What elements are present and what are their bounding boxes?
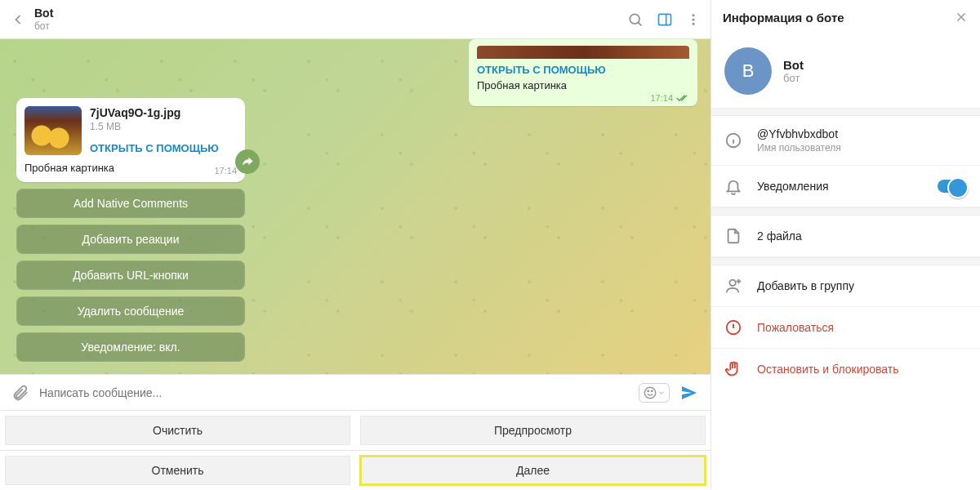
- forward-button[interactable]: [235, 149, 260, 174]
- chat-header: Bot бот: [0, 0, 710, 39]
- notifications-label: Уведомления: [757, 180, 829, 193]
- info-icon: [724, 131, 742, 149]
- svg-point-7: [652, 390, 653, 392]
- file-icon: [724, 227, 742, 245]
- next-button[interactable]: Далее: [360, 456, 706, 485]
- panel-header: Информация о боте: [711, 0, 980, 34]
- add-user-icon: [724, 277, 742, 295]
- svg-rect-1: [659, 14, 671, 24]
- chat-name: Bot: [34, 7, 614, 20]
- keyboard-button-comments[interactable]: Add Native Comments: [16, 189, 245, 218]
- profile-name: Bot: [783, 58, 804, 72]
- bell-icon: [724, 177, 742, 195]
- report-label: Пожаловаться: [757, 321, 834, 334]
- send-icon[interactable]: [679, 383, 699, 403]
- hand-icon: [724, 360, 742, 378]
- outgoing-message[interactable]: ОТКРЫТЬ С ПОМОЩЬЮ Пробная картинка 17:14: [469, 39, 697, 106]
- message-image-thumb[interactable]: [477, 46, 689, 59]
- avatar: B: [724, 47, 772, 95]
- file-size: 1.5 MB: [90, 121, 219, 132]
- svg-point-9: [729, 280, 735, 286]
- message-input[interactable]: [39, 386, 629, 399]
- open-with-link[interactable]: ОТКРЫТЬ С ПОМОЩЬЮ: [90, 142, 219, 154]
- report-row[interactable]: Пожаловаться: [711, 307, 980, 349]
- add-group-label: Добавить в группу: [757, 279, 854, 292]
- svg-point-2: [693, 14, 695, 16]
- panel-title: Информация о боте: [723, 11, 844, 24]
- svg-point-3: [693, 18, 695, 20]
- message-caption: Пробная картинка: [24, 162, 237, 174]
- sidebar-toggle-icon[interactable]: [657, 11, 673, 28]
- file-name: 7jUVaq9O-1g.jpg: [90, 106, 219, 119]
- svg-point-5: [644, 387, 656, 399]
- info-panel: Информация о боте B Bot бот @Yfvbhvbxdbo…: [710, 0, 980, 490]
- svg-point-0: [630, 14, 639, 24]
- alert-icon: [724, 318, 742, 336]
- chat-subtitle: бот: [34, 20, 614, 32]
- compose-bar: [0, 374, 710, 410]
- block-row[interactable]: Остановить и блокировать: [711, 349, 980, 390]
- incoming-message[interactable]: 7jUVaq9O-1g.jpg 1.5 MB ОТКРЫТЬ С ПОМОЩЬЮ…: [16, 98, 245, 182]
- clear-button[interactable]: Очистить: [5, 416, 350, 445]
- username-label: Имя пользователя: [757, 142, 841, 154]
- file-thumbnail[interactable]: [24, 106, 82, 155]
- more-icon[interactable]: [686, 12, 701, 27]
- files-label: 2 файла: [757, 229, 802, 243]
- attach-icon[interactable]: [11, 384, 29, 402]
- svg-point-6: [648, 390, 649, 392]
- close-icon[interactable]: [954, 10, 969, 24]
- files-row[interactable]: 2 файла: [711, 216, 980, 257]
- svg-point-4: [693, 22, 695, 24]
- emoji-icon[interactable]: [639, 383, 670, 403]
- message-time: 17:14: [477, 93, 689, 103]
- message-caption: Пробная картинка: [477, 79, 689, 91]
- read-ticks-icon: [676, 94, 689, 102]
- search-icon[interactable]: [627, 11, 644, 28]
- notifications-row[interactable]: Уведомления: [711, 166, 980, 207]
- preview-button[interactable]: Предпросмотр: [360, 416, 706, 445]
- open-with-link[interactable]: ОТКРЫТЬ С ПОМОЩЬЮ: [477, 64, 689, 76]
- chat-title-block[interactable]: Bot бот: [34, 7, 614, 32]
- keyboard-button-reactions[interactable]: Добавить реакции: [16, 225, 245, 254]
- notifications-toggle[interactable]: [938, 180, 967, 193]
- keyboard-button-delete[interactable]: Удалить сообщение: [16, 296, 245, 326]
- username-row[interactable]: @Yfvbhvbxdbot Имя пользователя: [711, 116, 980, 166]
- back-button[interactable]: [10, 11, 26, 28]
- block-label: Остановить и блокировать: [757, 363, 899, 376]
- cancel-button[interactable]: Отменить: [5, 456, 350, 485]
- keyboard-button-url[interactable]: Добавить URL-кнопки: [16, 261, 245, 290]
- profile-block[interactable]: B Bot бот: [711, 34, 980, 108]
- profile-sub: бот: [783, 72, 804, 84]
- add-group-row[interactable]: Добавить в группу: [711, 265, 980, 307]
- chat-area: ОТКРЫТЬ С ПОМОЩЬЮ Пробная картинка 17:14…: [0, 39, 710, 374]
- username-value: @Yfvbhvbxdbot: [757, 127, 841, 140]
- message-time: 17:14: [214, 166, 237, 176]
- keyboard-button-notify[interactable]: Уведомление: вкл.: [16, 332, 245, 362]
